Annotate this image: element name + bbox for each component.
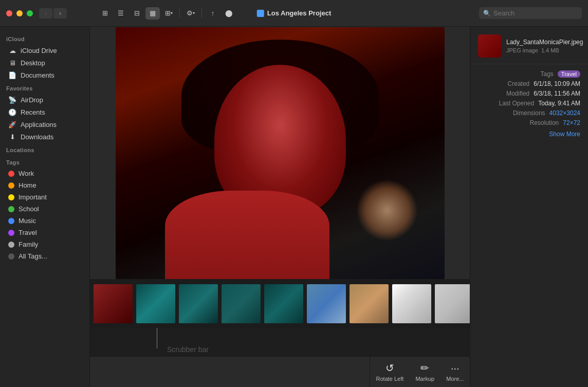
sidebar-item-applications[interactable]: 🚀 Applications xyxy=(2,118,87,131)
maximize-button[interactable] xyxy=(27,10,33,16)
filmstrip-thumb xyxy=(350,284,389,323)
gallery-view-button[interactable]: ▦ xyxy=(145,7,160,20)
desktop-icon: 🖥 xyxy=(8,59,16,67)
share-button[interactable]: ↑ xyxy=(206,7,220,20)
list-view-button[interactable]: ☰ xyxy=(114,7,128,20)
filmstrip-item[interactable] xyxy=(178,283,219,324)
desktop-label: Desktop xyxy=(21,59,45,67)
dropdown-arrow-icon: ▾ xyxy=(193,11,195,15)
minimize-button[interactable] xyxy=(16,10,23,16)
sidebar-item-documents[interactable]: 📄 Documents xyxy=(2,69,87,81)
filmstrip-item[interactable] xyxy=(263,283,304,324)
separator2 xyxy=(201,9,202,18)
show-more-button[interactable]: Show More xyxy=(478,129,580,139)
bottom-tools: ↺ Rotate Left ✏ Markup ··· More... xyxy=(370,357,470,387)
last-opened-value: Today, 9:41 AM xyxy=(538,100,580,107)
sidebar-item-desktop[interactable]: 🖥 Desktop xyxy=(2,57,87,69)
search-bar[interactable]: 🔍 xyxy=(479,7,582,19)
sidebar-item-tag-music[interactable]: Music xyxy=(2,215,87,227)
filmstrip-item[interactable] xyxy=(306,283,347,324)
filmstrip-item[interactable] xyxy=(434,283,470,324)
sidebar-item-tag-alltags...[interactable]: All Tags... xyxy=(2,250,87,262)
group-view-button[interactable]: ⊞ ▾ xyxy=(161,7,176,20)
forward-button[interactable]: › xyxy=(53,8,67,19)
sidebar-item-tag-important[interactable]: Important xyxy=(2,191,87,203)
sidebar-item-tag-home[interactable]: Home xyxy=(2,179,87,191)
resolution-value: 72×72 xyxy=(563,119,580,126)
last-opened-label: Last Opened xyxy=(499,100,534,107)
markup-button[interactable]: ✏ Markup xyxy=(415,362,434,382)
file-type: JPEG image xyxy=(506,47,538,53)
sidebar-item-downloads[interactable]: ⬇ Downloads xyxy=(2,131,87,143)
content-area: Scrubber bar ↺ Rotate Left ✏ Markup ··· … xyxy=(90,27,470,387)
file-size: 1.4 MB xyxy=(541,47,559,53)
applications-label: Applications xyxy=(21,121,57,128)
filmstrip xyxy=(90,279,470,328)
tag-badge-travel[interactable]: Travel xyxy=(558,70,580,78)
dropdown-arrow-icon: ▾ xyxy=(171,11,173,15)
search-input[interactable] xyxy=(493,9,578,17)
tag-dot-work xyxy=(8,171,14,177)
tag-label-music: Music xyxy=(19,217,36,225)
gallery-icon: ▦ xyxy=(150,9,156,17)
file-type-size: JPEG image 1.4 MB xyxy=(506,47,583,53)
back-button[interactable]: ‹ xyxy=(39,8,52,19)
sidebar-item-recents[interactable]: 🕐 Recents xyxy=(2,106,87,118)
tag-icon: ⬤ xyxy=(225,9,233,17)
tag-label-travel: Travel xyxy=(19,229,37,236)
tags-section-label: Tags xyxy=(0,155,89,168)
filmstrip-thumb xyxy=(307,284,346,323)
modified-value: 6/3/18, 11:56 AM xyxy=(534,90,580,97)
share-icon: ↑ xyxy=(211,9,215,17)
filmstrip-thumb xyxy=(435,284,470,323)
downloads-icon: ⬇ xyxy=(8,133,16,141)
filmstrip-item[interactable] xyxy=(391,283,432,324)
image-viewer[interactable] xyxy=(90,27,470,279)
markup-label: Markup xyxy=(415,376,434,382)
dimensions-label: Dimensions xyxy=(513,109,545,117)
sidebar-item-tag-school[interactable]: School xyxy=(2,203,87,215)
window-title: Los Angeles Project xyxy=(267,9,332,17)
sidebar-item-tag-travel[interactable]: Travel xyxy=(2,227,87,238)
close-button[interactable] xyxy=(6,10,12,16)
settings-button[interactable]: ⚙ ▾ xyxy=(183,7,198,20)
actions-row: ↺ Rotate Left ✏ Markup ··· More... xyxy=(90,356,470,387)
filmstrip-item[interactable] xyxy=(348,283,390,324)
modified-label: Modified xyxy=(506,90,529,97)
filmstrip-thumb xyxy=(136,284,175,323)
view-tools: ⊞ ☰ ⊟ ▦ ⊞ ▾ ⚙ ▾ ↑ ⬤ xyxy=(98,7,236,20)
filmstrip-item[interactable] xyxy=(93,283,134,324)
tag-dot-school xyxy=(8,206,14,212)
more-button[interactable]: ··· More... xyxy=(446,362,464,382)
sidebar: iCloud ☁ iCloud Drive 🖥 Desktop 📄 Docume… xyxy=(0,27,90,387)
column-view-button[interactable]: ⊟ xyxy=(130,7,144,20)
right-panel: Lady_SantaMonicaPier.jpeg JPEG image 1.4… xyxy=(470,27,588,387)
favorites-section-label: Favorites xyxy=(0,81,89,94)
locations-section-label: Locations xyxy=(0,143,89,155)
tags-meta-label: Tags xyxy=(540,70,553,78)
window-title-area: Los Angeles Project xyxy=(257,9,332,17)
documents-icon: 📄 xyxy=(8,71,16,79)
columns-icon: ⊟ xyxy=(134,9,140,17)
main-image xyxy=(116,27,445,279)
grid-icon: ⊞ xyxy=(102,9,108,17)
airdrop-label: AirDrop xyxy=(21,96,43,104)
sidebar-item-airdrop[interactable]: 📡 AirDrop xyxy=(2,94,87,106)
sidebar-item-icloud-drive[interactable]: ☁ iCloud Drive xyxy=(2,44,87,57)
icon-view-button[interactable]: ⊞ xyxy=(98,7,112,20)
sidebar-item-tag-work[interactable]: Work xyxy=(2,168,87,179)
tag-dot-all tags... xyxy=(8,253,14,260)
tag-dot-music xyxy=(8,218,14,224)
scrubber-label-area: Scrubber bar xyxy=(90,328,470,356)
filmstrip-thumb xyxy=(264,284,303,323)
filmstrip-item[interactable] xyxy=(135,283,176,324)
sidebar-item-tag-family[interactable]: Family xyxy=(2,238,87,250)
resolution-label: Resolution xyxy=(530,119,559,126)
file-info: Lady_SantaMonicaPier.jpeg JPEG image 1.4… xyxy=(506,39,583,54)
tag-dot-family xyxy=(8,242,14,248)
tag-label-important: Important xyxy=(19,193,47,201)
rotate-left-button[interactable]: ↺ Rotate Left xyxy=(376,362,404,382)
tag-dot-important xyxy=(8,194,14,200)
tag-button[interactable]: ⬤ xyxy=(222,7,236,20)
filmstrip-item[interactable] xyxy=(220,283,262,324)
